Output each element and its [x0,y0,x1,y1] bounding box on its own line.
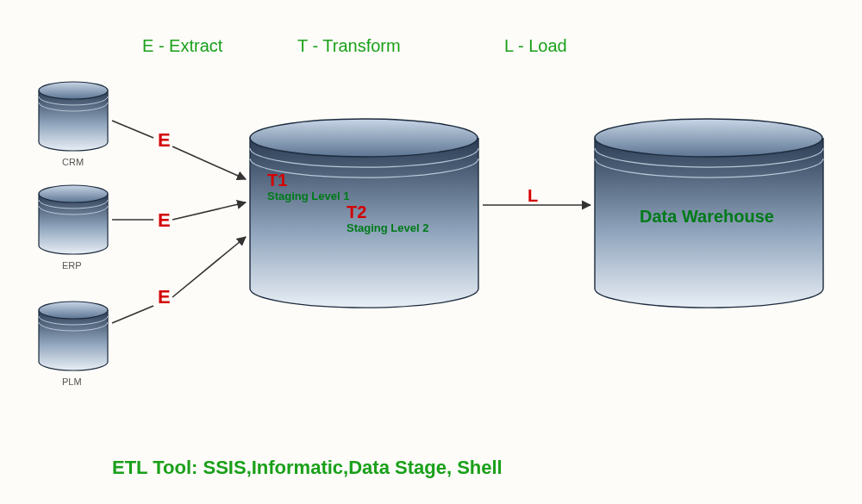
svg-point-2 [39,302,108,319]
staging-level-1: Staging Level 1 [267,190,349,202]
svg-point-0 [39,82,108,99]
footer-tools: ETL Tool: SSIS,Informatic,Data Stage, Sh… [112,457,503,479]
source-erp-label: ERP [62,260,82,271]
etl-diagram: E - Extract T - Transform L - Load [0,0,862,504]
svg-line-6 [172,146,246,179]
staging-level-2: Staging Level 2 [347,221,428,234]
source-plm-cylinder [39,302,108,370]
source-plm-label: PLM [62,376,82,387]
warehouse-label: Data Warehouse [640,207,774,227]
extract-marker-1: E [158,129,171,152]
extract-marker-2: E [158,209,171,232]
svg-point-3 [250,119,478,157]
diagram-svg [0,0,862,504]
svg-point-1 [39,185,108,202]
svg-line-9 [112,306,153,323]
transform-marker-1: T1 [267,171,287,190]
svg-line-5 [112,121,153,138]
load-marker: L [528,186,538,206]
extract-marker-3: E [158,286,171,308]
svg-point-4 [595,119,822,157]
source-crm-label: CRM [62,157,84,167]
source-crm-cylinder [39,82,108,151]
source-erp-cylinder [39,185,108,254]
svg-line-10 [172,237,246,297]
svg-line-8 [172,202,246,220]
transform-marker-2: T2 [347,202,366,222]
